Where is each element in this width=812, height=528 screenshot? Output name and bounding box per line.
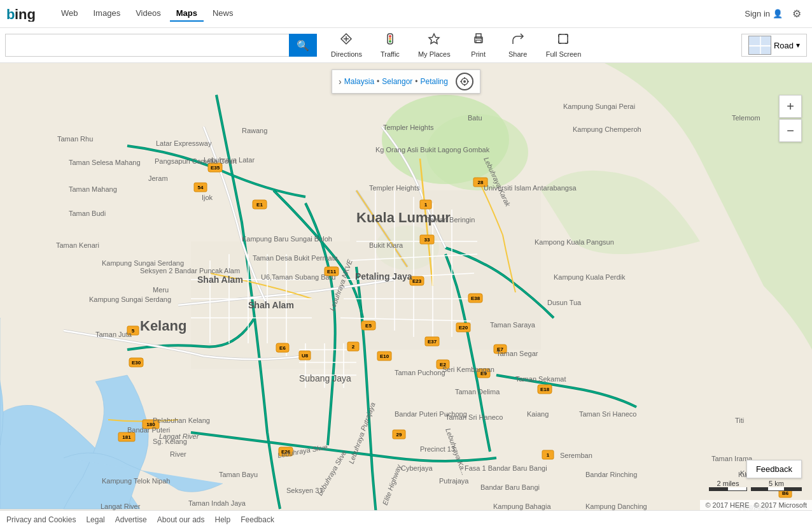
nav-links: Web Images Videos Maps News [55, 6, 239, 22]
svg-text:Dusun Tua: Dusun Tua [547, 299, 582, 306]
directions-button[interactable]: Directions [323, 30, 370, 61]
map-view-selector[interactable]: Road ▾ [741, 34, 807, 57]
zoom-out-button[interactable]: − [779, 119, 802, 142]
svg-text:Kelang: Kelang [140, 318, 186, 334]
svg-text:Kampung Kuala Perdik: Kampung Kuala Perdik [554, 273, 626, 281]
svg-text:5: 5 [132, 328, 135, 334]
svg-text:Seri Kembangan: Seri Kembangan [442, 366, 494, 373]
zoom-in-button[interactable]: + [779, 95, 802, 118]
breadcrumb-arrow[interactable]: › [339, 76, 342, 87]
svg-text:Taman Desa Bukit Permata: Taman Desa Bukit Permata [253, 254, 339, 262]
feedback-button[interactable]: Feedback [746, 460, 802, 478]
svg-text:E18: E18 [540, 387, 550, 392]
svg-text:b: b [6, 6, 15, 22]
svg-rect-12 [476, 40, 481, 43]
fullscreen-icon [557, 32, 570, 48]
svg-text:Taman Segar: Taman Segar [496, 350, 538, 357]
share-label: Share [508, 50, 527, 58]
map-container[interactable]: E1 E35 E5 E11 E26 54 5 28 1 33 E38 E23 [0, 63, 812, 510]
svg-point-8 [389, 40, 391, 43]
settings-button[interactable]: ⚙ [788, 5, 806, 23]
svg-text:U6,Taman Subang Baru: U6,Taman Subang Baru [261, 273, 335, 281]
svg-text:Taman Sri Haneco: Taman Sri Haneco [579, 410, 637, 418]
star-icon [428, 32, 440, 48]
svg-text:Taman Puchong: Taman Puchong [395, 369, 445, 376]
scale-miles: 2 miles [709, 480, 747, 491]
nav-videos[interactable]: Videos [129, 6, 167, 22]
traffic-icon [384, 32, 396, 48]
svg-text:E6: E6 [279, 345, 286, 351]
map-svg: E1 E35 E5 E11 E26 54 5 28 1 33 E38 E23 [0, 63, 812, 510]
footer-privacy[interactable]: Privacy and Cookies [6, 515, 76, 524]
nav-images[interactable]: Images [87, 6, 127, 22]
breadcrumb-state[interactable]: Selangor [382, 77, 412, 86]
map-view-label: Road [774, 41, 794, 50]
svg-marker-9 [429, 34, 439, 44]
search-input[interactable] [5, 34, 289, 57]
svg-text:Petaling Jaya: Petaling Jaya [355, 271, 412, 282]
copyright-here: © 2017 HERE [705, 501, 749, 509]
svg-text:Lebuhraya Latar: Lebuhraya Latar [204, 156, 255, 164]
traffic-label: Traffic [381, 50, 400, 58]
footer-advertise[interactable]: Advertise [115, 515, 147, 524]
svg-text:Latar Expressway: Latar Expressway [156, 139, 212, 147]
svg-point-7 [389, 38, 391, 40]
svg-text:Taman Bayu: Taman Bayu [219, 471, 258, 478]
svg-text:E35: E35 [211, 165, 220, 171]
svg-text:Templer Heights: Templer Heights [383, 124, 434, 131]
directions-icon [340, 32, 353, 48]
share-button[interactable]: Share [499, 30, 537, 61]
svg-text:1: 1 [547, 452, 550, 458]
svg-text:Taman Indah Jaya: Taman Indah Jaya [188, 499, 246, 507]
locate-button[interactable] [456, 73, 473, 90]
sign-in-button[interactable]: Sign in 👤 [745, 9, 783, 18]
footer-feedback[interactable]: Feedback [241, 515, 274, 524]
svg-text:Kampung Sungai Serdang: Kampung Sungai Serdang [89, 296, 171, 303]
svg-text:Kampung Telok Nipah: Kampung Telok Nipah [102, 477, 170, 485]
bing-logo[interactable]: b ing [6, 6, 45, 22]
print-button[interactable]: Print [459, 30, 498, 61]
footer-about-ads[interactable]: About our ads [157, 515, 205, 524]
nav-maps[interactable]: Maps [170, 6, 204, 22]
svg-text:Seremban: Seremban [560, 452, 592, 459]
breadcrumb-city[interactable]: Petaling [421, 77, 448, 86]
search-icon: 🔍 [297, 39, 309, 52]
svg-text:Taman Rhu: Taman Rhu [57, 135, 93, 143]
svg-text:Kampung Danching: Kampung Danching [585, 503, 647, 510]
svg-text:33: 33 [424, 237, 430, 243]
copyright-bar: © 2017 HERE © 2017 Microsoft [700, 500, 812, 510]
svg-text:Bandar Rinching: Bandar Rinching [585, 471, 637, 478]
svg-text:Taman Mahang: Taman Mahang [69, 185, 117, 193]
svg-text:Taman Selesa Mahang: Taman Selesa Mahang [69, 159, 141, 166]
footer-help[interactable]: Help [215, 515, 231, 524]
svg-text:Batu: Batu [468, 114, 482, 122]
svg-text:E10: E10 [380, 353, 389, 359]
svg-text:Kampung Baru Sungai Buloh: Kampung Baru Sungai Buloh [242, 235, 332, 243]
fullscreen-button[interactable]: Full Screen [538, 30, 589, 61]
svg-text:Kampung Sungai Serdang: Kampung Sungai Serdang [102, 259, 184, 267]
svg-text:E30: E30 [132, 360, 141, 366]
footer-legal[interactable]: Legal [86, 515, 104, 524]
svg-text:Jeram: Jeram [148, 175, 168, 182]
my-places-button[interactable]: My Places [410, 30, 458, 61]
svg-text:E1: E1 [256, 202, 263, 208]
traffic-button[interactable]: Traffic [371, 30, 409, 61]
svg-text:E5: E5 [365, 323, 372, 329]
svg-text:Pelabuhan Kelang: Pelabuhan Kelang [153, 417, 210, 424]
breadcrumb-country[interactable]: Malaysia [344, 77, 374, 86]
svg-text:1: 1 [424, 202, 428, 208]
svg-text:Kampung Sungai Perai: Kampung Sungai Perai [563, 103, 635, 110]
svg-text:Cyberjaya: Cyberjaya [401, 464, 433, 472]
scale-km-label: 5 km [769, 480, 784, 487]
svg-text:River: River [170, 450, 186, 458]
search-button[interactable]: 🔍 [289, 34, 317, 57]
svg-rect-11 [476, 34, 481, 38]
zoom-controls: + − [779, 95, 802, 142]
svg-text:181: 181 [122, 434, 131, 440]
nav-web[interactable]: Web [55, 6, 85, 22]
svg-text:Meru: Meru [153, 286, 169, 294]
svg-text:Telemom: Telemom [732, 114, 760, 122]
nav-news[interactable]: News [206, 6, 240, 22]
chevron-down-icon: ▾ [796, 41, 800, 50]
svg-point-13 [481, 38, 482, 39]
